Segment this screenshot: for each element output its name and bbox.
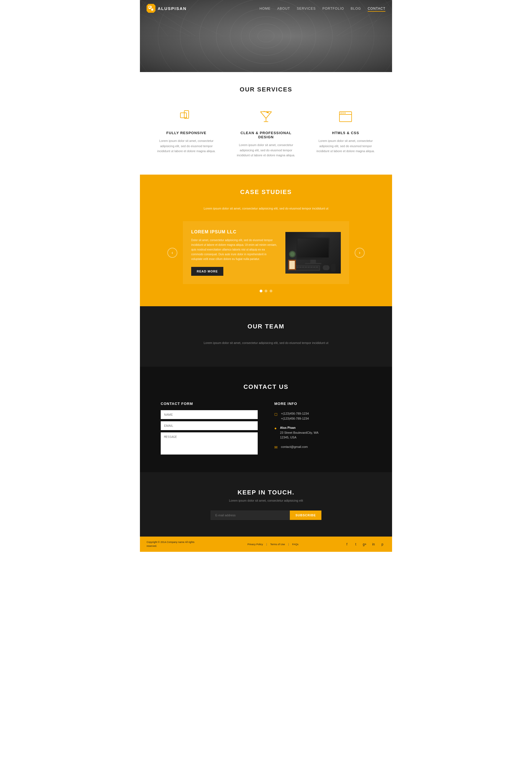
service-desc-responsive: Lorem ipsum dolor sit amet, consectetur … — [155, 138, 218, 154]
service-item-responsive: FULLY RESPONSIVE Lorem ipsum dolor sit a… — [147, 104, 226, 161]
privacy-policy-link[interactable]: Privacy Policy — [248, 543, 263, 546]
svg-rect-52 — [308, 267, 310, 268]
svg-rect-60 — [331, 264, 336, 272]
logo-icon — [147, 4, 155, 13]
svg-point-40 — [345, 113, 346, 114]
slider-dots — [147, 290, 385, 293]
svg-point-39 — [343, 113, 344, 114]
case-studies-section: CASE STUDIES Lorem ipsum dolor sit amet,… — [140, 175, 392, 306]
faqs-link[interactable]: FAQs — [292, 543, 299, 546]
phone-text: +(123)456-789-1234 +(123)456-789-1234 — [281, 411, 309, 421]
newsletter-form: SUBSCRIBE — [211, 510, 321, 520]
service-title-design: CLEAN & PROFESSIONAL DESIGN — [234, 131, 297, 139]
svg-rect-59 — [289, 261, 295, 269]
more-info-label: MORE INFO — [274, 401, 371, 406]
services-section: OUR SERVICES FULLY RESPONSIVE Lorem ipsu… — [140, 72, 392, 175]
svg-rect-45 — [305, 263, 321, 264]
dot-1[interactable] — [260, 290, 262, 293]
svg-line-30 — [260, 112, 266, 118]
svg-rect-50 — [302, 267, 304, 268]
footer: Copyright © 2014.Company name All rights… — [140, 536, 392, 552]
dot-2[interactable] — [265, 290, 267, 293]
service-desc-design: Lorem ipsum dolor sit amet, consectetur … — [234, 142, 297, 158]
googleplus-icon[interactable]: g+ — [362, 541, 368, 547]
svg-rect-48 — [296, 267, 299, 268]
newsletter-section: KEEP IN TOUCH. Lorem ipsum dolor sit ame… — [140, 472, 392, 536]
browser-icon — [314, 107, 377, 126]
linkedin-icon[interactable]: in — [371, 541, 377, 547]
case-content: LOREM IPSUM LLC Dolor sit amet, consecte… — [183, 221, 349, 284]
nav-item-home[interactable]: HOME — [260, 6, 271, 11]
email-text: contact@gmail.com — [281, 445, 308, 450]
email-info: ✉ contact@gmail.com — [274, 445, 371, 450]
case-slider: ‹ LOREM IPSUM LLC Dolor sit amet, consec… — [147, 221, 385, 284]
twitter-icon[interactable]: t — [353, 541, 359, 547]
case-studies-subtitle: Lorem ipsum dolor sit amet, consectetur … — [147, 207, 385, 210]
svg-rect-51 — [305, 267, 307, 268]
contact-info-column: MORE INFO ◻ +(123)456-789-1234 +(123)456… — [274, 401, 371, 456]
cocktail-icon — [234, 107, 297, 126]
services-title: OUR SERVICES — [147, 86, 385, 93]
svg-line-31 — [266, 112, 272, 118]
case-company: LOREM IPSUM LLC — [191, 229, 277, 234]
case-desc: Dolor sit amet, consectetur adipisicing … — [191, 238, 277, 261]
facebook-icon[interactable]: f — [344, 541, 350, 547]
service-title-html: HTML5 & CSS — [314, 131, 377, 135]
name-input[interactable] — [161, 410, 258, 419]
svg-rect-54 — [313, 267, 315, 268]
nav-item-about[interactable]: ABOUT — [277, 6, 290, 11]
service-item-html: HTML5 & CSS Lorem ipsum dolor sit amet, … — [306, 104, 385, 161]
service-title-responsive: FULLY RESPONSIVE — [155, 131, 218, 135]
nav-item-services[interactable]: SERVICES — [297, 6, 316, 11]
nav-item-contact[interactable]: CONTACT — [368, 6, 385, 11]
contact-form-label: CONTACT FORM — [161, 401, 258, 406]
read-more-button[interactable]: READ MORE — [191, 267, 223, 276]
mobile-icon — [155, 107, 218, 126]
newsletter-email-input[interactable] — [211, 510, 290, 520]
svg-rect-49 — [299, 267, 301, 268]
location-icon: ● — [274, 426, 277, 431]
footer-copyright: Copyright © 2014.Company name All rights… — [147, 540, 202, 548]
footer-social: f t g+ in p — [344, 541, 385, 547]
footer-links: Privacy Policy | Terms of Use | FAQs — [248, 543, 298, 546]
services-grid: FULLY RESPONSIVE Lorem ipsum dolor sit a… — [147, 104, 385, 161]
svg-rect-23 — [151, 9, 153, 11]
contact-section: CONTACT US CONTACT FORM MORE INFO ◻ +(12… — [140, 367, 392, 472]
header: ALUSPISAN HOME ABOUT SERVICES PORTFOLIO … — [140, 0, 392, 72]
contact-grid: CONTACT FORM MORE INFO ◻ +(123)456-789-1… — [161, 401, 371, 456]
svg-rect-22 — [149, 6, 151, 8]
case-studies-title: CASE STUDIES — [147, 189, 385, 196]
slider-next-button[interactable]: › — [355, 248, 365, 258]
newsletter-subtitle: Lorem ipsum dolor sit amet, consectetur … — [147, 499, 385, 502]
svg-rect-53 — [310, 267, 313, 268]
svg-rect-44 — [310, 260, 316, 263]
email-input[interactable] — [161, 421, 258, 430]
message-input[interactable] — [161, 432, 258, 455]
team-section: OUR TEAM Lorem ipsum dolor sit amet, con… — [140, 306, 392, 367]
nav-item-blog[interactable]: BLOG — [351, 6, 361, 11]
svg-point-38 — [341, 113, 342, 114]
address-text: Alus Pisan 23 Street BoulevardCity, WA 1… — [280, 426, 318, 440]
svg-rect-28 — [181, 113, 186, 118]
case-image-inner — [285, 232, 341, 274]
subscribe-button[interactable]: SUBSCRIBE — [290, 510, 321, 520]
contact-form-column: CONTACT FORM — [161, 401, 258, 456]
contact-title: CONTACT US — [147, 383, 385, 391]
dot-3[interactable] — [270, 290, 272, 293]
pinterest-icon[interactable]: p — [379, 541, 385, 547]
svg-rect-55 — [316, 267, 318, 268]
navigation: ALUSPISAN HOME ABOUT SERVICES PORTFOLIO … — [140, 0, 392, 17]
team-title: OUR TEAM — [147, 323, 385, 330]
address-info: ● Alus Pisan 23 Street BoulevardCity, WA… — [274, 426, 371, 440]
team-subtitle: Lorem ipsum dolor sit amet, consectetur … — [147, 341, 385, 344]
case-text: LOREM IPSUM LLC Dolor sit amet, consecte… — [191, 229, 277, 276]
phone-icon: ◻ — [274, 412, 278, 416]
logo[interactable]: ALUSPISAN — [147, 4, 187, 13]
email-icon: ✉ — [274, 445, 278, 450]
terms-link[interactable]: Terms of Use — [270, 543, 285, 546]
nav-item-portfolio[interactable]: PORTFOLIO — [322, 6, 344, 11]
phone-info: ◻ +(123)456-789-1234 +(123)456-789-1234 — [274, 411, 371, 421]
newsletter-title: KEEP IN TOUCH. — [147, 489, 385, 496]
service-desc-html: Lorem ipsum dolor sit amet, consectetur … — [314, 138, 377, 154]
slider-prev-button[interactable]: ‹ — [167, 248, 177, 258]
